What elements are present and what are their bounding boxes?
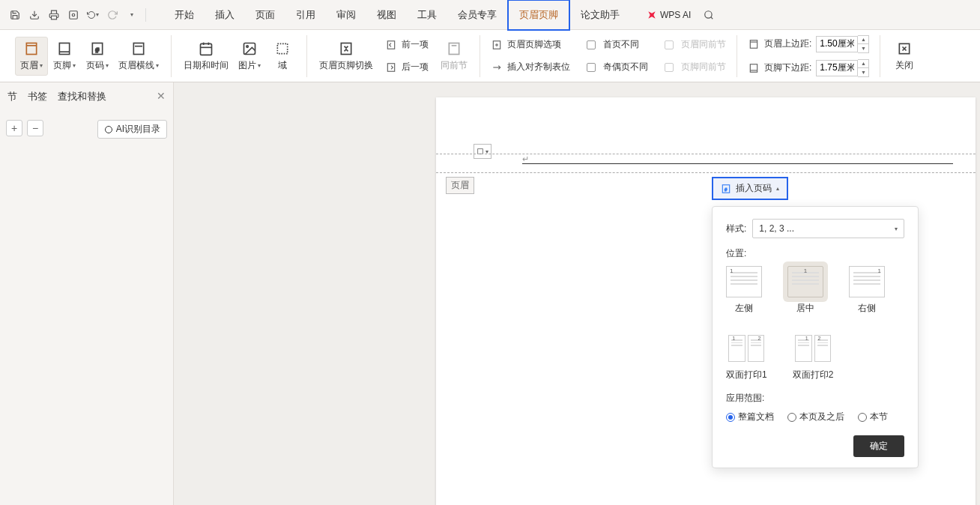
spin-up-icon[interactable]: ▲ bbox=[858, 60, 868, 68]
footer-icon bbox=[56, 40, 73, 57]
svg-text:#: # bbox=[96, 46, 100, 54]
odd-even-check[interactable]: 奇偶页不同 bbox=[584, 57, 651, 78]
page: ▾ ↵ 页眉 # 插入页码 ▴ 样式: 1, 2, 3 ... ▾ bbox=[436, 97, 976, 505]
svg-point-19 bbox=[246, 45, 249, 47]
undo-button[interactable]: ▾ bbox=[87, 9, 99, 21]
ai-toc-button[interactable]: AI识别目录 bbox=[97, 120, 167, 139]
title-bar: ▾ ▾ 开始 插入 页面 引用 审阅 视图 工具 会员专享 页眉页脚 论文助手 … bbox=[0, 0, 980, 30]
insert-pagenum-button[interactable]: # 插入页码 ▴ bbox=[712, 177, 788, 200]
svg-rect-26 bbox=[493, 40, 500, 49]
close-icon bbox=[896, 40, 913, 57]
footer-button[interactable]: 页脚▾ bbox=[48, 37, 81, 75]
pos-double2[interactable]: 1 2 双面打印2 bbox=[793, 333, 834, 381]
tab-page[interactable]: 页面 bbox=[245, 1, 285, 29]
menu-tabs: 开始 插入 页面 引用 审阅 视图 工具 会员专享 页眉页脚 论文助手 bbox=[164, 0, 630, 31]
next-button[interactable]: 后一项 bbox=[382, 57, 432, 78]
pagenum-icon: # bbox=[89, 40, 106, 57]
side-tab-section[interactable]: 节 bbox=[7, 90, 17, 103]
svg-rect-20 bbox=[277, 43, 287, 53]
navigation-panel: 节 书签 查找和替换 ✕ + − AI识别目录 bbox=[0, 82, 174, 505]
hdr-top-input[interactable] bbox=[816, 36, 858, 52]
pos-double1[interactable]: 1 2 双面打印1 bbox=[726, 333, 767, 381]
svg-rect-22 bbox=[387, 40, 394, 49]
header-button[interactable]: 页眉▾ bbox=[15, 37, 48, 76]
header-region[interactable]: ↵ bbox=[436, 154, 976, 173]
tab-tools[interactable]: 工具 bbox=[407, 1, 447, 29]
ftr-bottom-row: 页脚下边距: ▲▼ bbox=[745, 58, 872, 79]
spin-down-icon[interactable]: ▼ bbox=[858, 68, 868, 76]
pagenum-button[interactable]: # 页码▾ bbox=[81, 37, 114, 75]
tab-header-footer[interactable]: 页眉页脚 bbox=[507, 0, 570, 31]
pos-center[interactable]: 1 居中 bbox=[787, 266, 823, 315]
tab-review[interactable]: 审阅 bbox=[326, 1, 366, 29]
align-tab-button[interactable]: 插入对齐制表位 bbox=[488, 57, 573, 78]
scope-thispage-radio[interactable]: 本页及之后 bbox=[787, 411, 844, 423]
spin-up-icon[interactable]: ▲ bbox=[858, 36, 868, 44]
checkbox-icon bbox=[665, 40, 674, 49]
ftr-bottom-input[interactable] bbox=[816, 60, 858, 76]
hf-switch-button[interactable]: 页眉页脚切换 bbox=[315, 37, 378, 75]
hdr-top-spinner[interactable]: ▲▼ bbox=[816, 35, 869, 53]
prev-button[interactable]: 前一项 bbox=[382, 34, 432, 55]
style-select[interactable]: 1, 2, 3 ... ▾ bbox=[752, 219, 904, 238]
scope-section-radio[interactable]: 本节 bbox=[858, 411, 888, 423]
checkbox-icon bbox=[587, 40, 596, 49]
print-preview-icon[interactable] bbox=[67, 9, 79, 21]
close-hf-button[interactable]: 关闭 bbox=[888, 37, 921, 75]
print-icon[interactable] bbox=[48, 9, 60, 21]
export-icon[interactable] bbox=[28, 9, 40, 21]
pagenum-insert-icon: # bbox=[721, 184, 731, 194]
search-icon[interactable] bbox=[703, 9, 715, 21]
expand-button[interactable]: + bbox=[6, 120, 22, 136]
hf-options-button[interactable]: 页眉页脚选项 bbox=[488, 34, 573, 55]
pagenum-popup: 样式: 1, 2, 3 ... ▾ 位置: 1 左侧 1 居中 bbox=[712, 206, 919, 468]
checkbox-icon bbox=[587, 63, 596, 72]
document-area[interactable]: ▾ ↵ 页眉 # 插入页码 ▴ 样式: 1, 2, 3 ... ▾ bbox=[174, 82, 980, 505]
scope-label: 应用范围: bbox=[726, 392, 904, 405]
redo-button[interactable] bbox=[106, 9, 118, 21]
next-icon bbox=[385, 61, 397, 73]
ftr-sameprev-check: 页脚同前节 bbox=[662, 57, 729, 78]
same-prev-button: 同前节 bbox=[436, 37, 472, 75]
tab-member[interactable]: 会员专享 bbox=[447, 1, 507, 29]
hdr-top-row: 页眉上边距: ▲▼ bbox=[745, 34, 872, 55]
side-tab-bookmark[interactable]: 书签 bbox=[28, 90, 47, 103]
field-icon bbox=[274, 40, 291, 57]
picture-button[interactable]: 图片▾ bbox=[233, 37, 266, 75]
pos-left[interactable]: 1 左侧 bbox=[726, 266, 762, 315]
calendar-icon bbox=[198, 40, 214, 57]
field-button[interactable]: 域 bbox=[266, 37, 299, 75]
svg-rect-14 bbox=[201, 43, 212, 55]
svg-text:#: # bbox=[725, 187, 727, 191]
panel-close-icon[interactable]: ✕ bbox=[157, 90, 166, 102]
header-label: 页眉 bbox=[446, 177, 474, 194]
radio-off-icon bbox=[787, 413, 796, 422]
pos-right[interactable]: 1 右侧 bbox=[849, 266, 885, 315]
header-icon bbox=[23, 40, 40, 57]
tab-start[interactable]: 开始 bbox=[164, 1, 205, 29]
wps-ai-button[interactable]: WPS AI bbox=[642, 7, 695, 23]
ai-icon bbox=[104, 125, 113, 134]
chevron-down-icon: ▾ bbox=[895, 226, 898, 232]
svg-rect-2 bbox=[70, 10, 78, 19]
side-tab-findreplace[interactable]: 查找和替换 bbox=[58, 90, 106, 103]
svg-point-27 bbox=[496, 43, 497, 45]
datetime-button[interactable]: 日期和时间 bbox=[179, 37, 233, 75]
ftr-bottom-spinner[interactable]: ▲▼ bbox=[816, 59, 869, 77]
save-icon[interactable] bbox=[9, 9, 21, 21]
spin-down-icon[interactable]: ▼ bbox=[858, 44, 868, 52]
first-diff-check[interactable]: 首页不同 bbox=[584, 34, 651, 55]
tab-view[interactable]: 视图 bbox=[366, 1, 407, 29]
tab-reference[interactable]: 引用 bbox=[285, 1, 326, 29]
svg-rect-29 bbox=[750, 40, 757, 48]
more-quick-access[interactable]: ▾ bbox=[126, 9, 138, 21]
ok-button[interactable]: 确定 bbox=[853, 435, 904, 457]
svg-rect-12 bbox=[133, 43, 143, 54]
collapse-button[interactable]: − bbox=[27, 120, 43, 136]
hdr-sameprev-check: 页眉同前节 bbox=[662, 34, 729, 55]
style-label: 样式: bbox=[726, 223, 746, 235]
tab-insert[interactable]: 插入 bbox=[205, 1, 245, 29]
header-hline-button[interactable]: 页眉横线▾ bbox=[114, 37, 163, 75]
tab-thesis[interactable]: 论文助手 bbox=[570, 1, 630, 29]
scope-all-radio[interactable]: 整篇文档 bbox=[726, 411, 774, 423]
